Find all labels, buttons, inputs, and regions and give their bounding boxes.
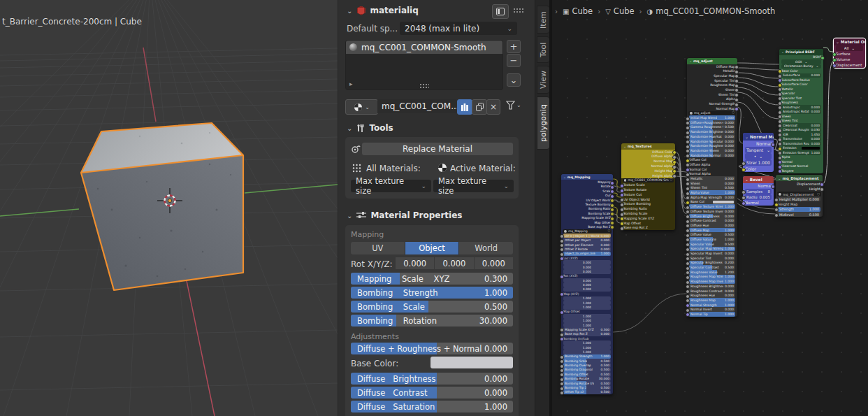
node-row-randomize-roughness[interactable]: Randomize Roughness0.000 <box>687 143 737 148</box>
node-row-height-multiplier[interactable]: Height Multiplier0.000 <box>776 196 823 201</box>
slider-chip[interactable]: Diffuse Texture Strength1.000 <box>689 204 735 209</box>
slider-chip[interactable]: Randomize Roughness0.000 <box>689 143 735 148</box>
slider-chip[interactable]: Diffuse Brightness0.000 <box>689 214 735 219</box>
value-chip[interactable]: Roughness Hue0.000 <box>689 293 735 298</box>
dropdown-chip[interactable]: •⌄ <box>745 153 772 159</box>
node-row-diffuse-value[interactable]: Diffuse Value0.500 <box>687 232 737 237</box>
node-row-roughness-contrast[interactable]: Roughness Contrast0.000 <box>687 289 737 294</box>
node-material-output[interactable]: ⌄Material OutputAll⌄SurfaceVolumeDisplac… <box>834 38 865 68</box>
node-row-roughness-brightness[interactable]: Roughness Brightness0.000 <box>687 284 737 289</box>
node-row-offset-tip-x2[interactable]: Offset Tip x20.500 <box>561 390 613 394</box>
node-row-specular-contrast[interactable]: Specular Contrast0.500 <box>687 265 737 270</box>
node-row-all[interactable]: All⌄ <box>834 45 865 51</box>
node-row-randomize-brightness[interactable]: Randomize Brightness0.000 <box>687 129 737 134</box>
node-row-radius[interactable]: Radius0.005 <box>743 194 774 200</box>
value-chip[interactable]: Radius0.005 <box>745 194 772 200</box>
segment-world[interactable]: World <box>459 242 513 254</box>
value-chip[interactable]: Metallic0.000 <box>689 176 735 181</box>
node-row-roughness-map[interactable]: Roughness Map1.000 <box>687 298 737 303</box>
node-row-diffuse-map[interactable]: Diffuse Map1.000 <box>687 228 737 233</box>
material-properties-header[interactable]: ⌄ Material Properties <box>347 210 462 220</box>
node-header[interactable]: ⌄Bevel <box>743 176 774 183</box>
color-swatch[interactable] <box>713 201 734 204</box>
slider-bombing-rotation[interactable]: Bombing Rotation30.000 <box>351 315 513 327</box>
slider-diffuse-contrast[interactable]: Diffuse Contrast0.000 <box>351 387 513 399</box>
value-chip[interactable]: Diffuse Value0.500 <box>689 232 735 237</box>
node-row-diffuse-roughness-normal[interactable]: Diffuse+Roughness+Normal0.000 <box>687 120 737 125</box>
slider-chip[interactable]: Randomize Specular0.000 <box>689 139 735 144</box>
slider-chip[interactable]: Roughness Value1.200 <box>689 270 735 275</box>
node-row-randomize-hue-sat[interactable]: Randomize Hue/Sat0.000 <box>687 134 737 139</box>
sidebar-tab-view[interactable]: View <box>537 66 550 94</box>
node-row-diffuse-hue[interactable]: Diffuse Hue0.000 <box>687 223 737 228</box>
panel-drag-grip[interactable] <box>513 8 524 14</box>
node-row-alpha-map-strength[interactable]: Alpha Map Strength0.000 <box>687 195 737 200</box>
datablock-picker[interactable]: mq_Displacement⛉ <box>777 192 821 196</box>
rot-field-0[interactable]: 0.000 <box>396 257 434 269</box>
all-max-texture-dropdown[interactable]: Max texture size⌄ <box>351 180 431 192</box>
value-chip[interactable]: Alpha Map Strength0.000 <box>689 195 735 200</box>
breadcrumb-item-object[interactable]: ▣Cube <box>563 6 593 16</box>
node-row-randomize-specular[interactable]: Randomize Specular0.000 <box>687 139 737 144</box>
value-chip[interactable]: Diffuse Hue0.000 <box>689 223 735 228</box>
node-row-samples[interactable]: Samples8 <box>743 189 774 194</box>
Offset Tip x2-input-socket[interactable] <box>560 391 564 395</box>
node-mq-mapping[interactable]: ⌄mq_MappingMappingRotateScaleOutUV Objec… <box>561 174 613 394</box>
base-color-swatch[interactable] <box>431 357 513 368</box>
material-link-dropdown[interactable]: ⌄ <box>506 101 521 110</box>
breadcrumb-item-material[interactable]: ◑mq_CC001_COMMON-Smooth <box>647 6 776 16</box>
node-row-mq-cc001-common-smooth[interactable]: mq_CC001_COMMON-Smooth⛉ <box>621 178 675 183</box>
node-row-alpha-value[interactable]: Alpha Value1.000 <box>687 190 737 195</box>
color-swatch[interactable] <box>802 147 820 150</box>
node-header[interactable]: ⌄Material Output <box>834 38 865 45</box>
node-row--[interactable]: •⌄ <box>743 153 774 159</box>
sidebar-tab-polygoniq[interactable]: polygoniq <box>537 96 550 150</box>
value-chip[interactable]: Diffuse Contrast0.000 <box>689 218 735 223</box>
node-row-strength[interactable]: Strength1.000 <box>743 159 774 166</box>
slider-chip[interactable]: Specular Value0.500 <box>689 242 735 247</box>
tools-panel-header[interactable]: ⌄ Tools <box>347 123 393 133</box>
Displacement-input-socket[interactable] <box>832 64 837 68</box>
node-row-roughness-map-strength[interactable]: Roughness Map Strength1.000 <box>687 275 737 280</box>
slider-chip[interactable]: Normal Tip1.000 <box>689 312 735 317</box>
shader-node-editor[interactable]: ⌄mq_MappingMappingRotateScaleOutUV Objec… <box>552 0 868 416</box>
node-row-diffuse-texture-strength[interactable]: Diffuse Texture Strength1.000 <box>687 204 737 209</box>
segment-uv[interactable]: UV <box>351 242 405 254</box>
node-header[interactable]: ⌄mq_Mapping <box>561 174 613 180</box>
node-row-normal-tip[interactable]: Normal Tip1.000 <box>687 312 737 317</box>
breadcrumb-item-mesh[interactable]: ▽Cube <box>605 6 634 16</box>
slider-chip[interactable]: Diffuse Saturate1.000 <box>689 237 735 242</box>
slider-bombing-scale[interactable]: Bombing Scale0.500 <box>351 301 513 313</box>
sidebar-tab-item[interactable]: Item <box>537 6 550 34</box>
slider-chip[interactable]: Randomize Sheen0.000 <box>689 148 735 153</box>
remove-slot-button[interactable]: − <box>507 54 521 67</box>
value-chip[interactable]: Midlevel0.500 <box>778 212 820 217</box>
cube-object[interactable] <box>81 123 243 290</box>
slider-chip[interactable]: Offset Tip x20.500 <box>563 390 611 394</box>
node-row-specular-tint[interactable]: Specular Tint0.000 <box>687 256 737 261</box>
material-slot-list[interactable]: mq_CC001_COMMON-Smooth ▸ <box>345 40 503 90</box>
node-row-specular-value[interactable]: Specular Value0.500 <box>687 242 737 247</box>
node-mq-adjust[interactable]: ⌄mq_adjustDiffuse MapMetallicSpecular Ma… <box>687 58 737 317</box>
slider-mapping-scale-xyz[interactable]: Mapping Scale XYZ0.300 <box>351 273 513 285</box>
value-chip[interactable]: Normal Invert0.000 <box>689 307 735 312</box>
slider-chip[interactable]: Initial Map Blend1.000 <box>689 115 735 120</box>
sidebar-tab-tool[interactable]: Tool <box>537 36 550 63</box>
segment-object[interactable]: Object <box>405 242 460 254</box>
Normal-output-socket[interactable] <box>771 143 775 147</box>
node-row-initial-map-blend[interactable]: Initial Map Blend1.000 <box>687 115 737 120</box>
node-row-normal-strength[interactable]: Normal Strength1.000 <box>687 303 737 308</box>
node-row-diffuse-saturate[interactable]: Diffuse Saturate1.000 <box>687 237 737 242</box>
slider-chip[interactable]: Roughness Map Strength1.000 <box>689 275 735 280</box>
node-row-roughness-value[interactable]: Roughness Value1.200 <box>687 270 737 275</box>
value-chip[interactable]: Height Multiplier0.000 <box>778 196 820 201</box>
node-row-midlevel[interactable]: Midlevel0.500 <box>776 212 823 217</box>
node-row-roughness-hue[interactable]: Roughness Hue0.000 <box>687 293 737 298</box>
active-max-texture-dropdown[interactable]: Max texture size⌄ <box>433 180 514 192</box>
fake-user-toggle[interactable] <box>457 99 472 115</box>
slider-chip[interactable]: Alpha Value1.000 <box>689 190 735 195</box>
node-header[interactable]: ⌄mq_Textures <box>621 143 675 150</box>
datablock-picker[interactable]: mq_CC001_COMMON-Smooth⛉ <box>623 178 674 183</box>
value-chip[interactable]: Sheen0.000 <box>689 181 735 186</box>
node-row-diffuse-brightness[interactable]: Diffuse Brightness0.000 <box>687 214 737 219</box>
